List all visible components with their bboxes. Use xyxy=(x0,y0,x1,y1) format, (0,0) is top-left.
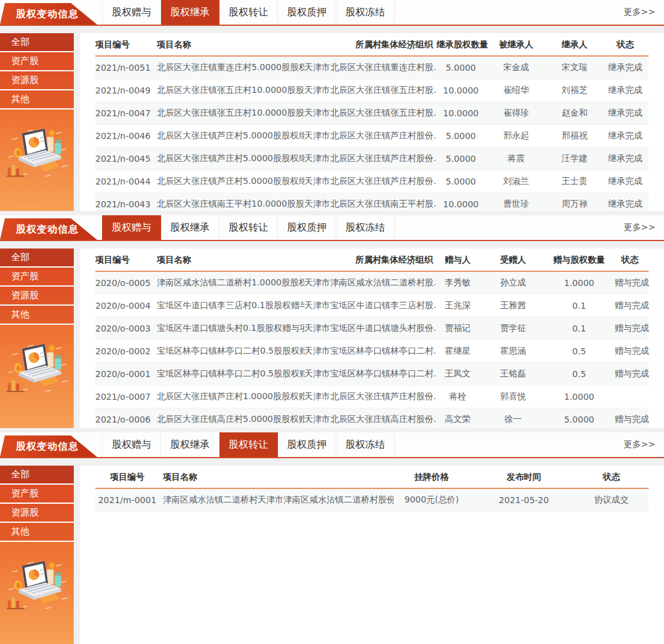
table-cell: 继承完成 xyxy=(606,130,649,141)
table-row[interactable]: 2020/o-0002宝坻区林亭口镇林亭口二村0.5股股权赠与...天津市宝坻区… xyxy=(95,340,649,363)
table-cell: 宝坻区牛道口镇塘头村0.1股股权赠与项目 xyxy=(157,323,304,334)
more-link[interactable]: 更多>> xyxy=(624,7,664,18)
table-row[interactable]: 2021/n-0043北辰区大张庄镇南王平村10.0000股股权继...天津市北… xyxy=(95,193,649,211)
equity-change-section-gift: 股权变动信息 股权赠与股权继承股权转让股权质押股权冻结 更多>> 全部资产股资源… xyxy=(0,215,664,428)
table-cell: 协议成交 xyxy=(578,495,649,506)
column-header: 项目编号 xyxy=(95,39,157,50)
tab-股权质押[interactable]: 股权质押 xyxy=(278,432,336,457)
table-body: 2020/o-0005津南区咸水沽镇二道桥村1.0000股股权赠...天津市津南… xyxy=(95,272,649,428)
table-row[interactable]: 2020/o-0001宝坻区林亭口镇林亭口二村0.5股股权赠与...天津市宝坻区… xyxy=(95,363,649,386)
table-cell: 2020/o-0003 xyxy=(95,324,157,333)
table-cell: 0.1 xyxy=(547,301,615,311)
tab-bar: 股权赠与股权继承股权转让股权质押股权冻结 xyxy=(102,432,395,457)
sidebar-item-资源股[interactable]: 资源股 xyxy=(0,287,74,306)
tab-股权转让[interactable]: 股权转让 xyxy=(219,0,278,25)
laptop-chart-illustration-svg xyxy=(4,335,69,396)
tab-股权赠与[interactable]: 股权赠与 xyxy=(102,432,161,457)
category-sidebar: 全部资产股资源股其他 xyxy=(0,248,74,428)
table-body: 2021/m-0001津南区咸水沽镇二道桥村天津市津南区咸水沽镇二道桥村股份经.… xyxy=(95,489,649,512)
table-cell: 天津市宝坻区牛道口镇李三店村股... xyxy=(304,300,437,311)
table-cell: 天津市北辰区大张庄镇芦庄村股份... xyxy=(304,130,437,141)
table-cell: 崔得珍 xyxy=(489,108,547,119)
column-header: 继承股权数量 xyxy=(437,39,489,50)
table-row[interactable]: 2020/o-0005津南区咸水沽镇二道桥村1.0000股股权赠...天津市津南… xyxy=(95,272,649,295)
table-header-row: 项目编号项目名称所属村集体经济组织继承股权数量被继承人继承人状态 xyxy=(95,34,649,57)
table-row[interactable]: 2021/n-0051北辰区大张庄镇董连庄村5.0000股股权继...天津市北辰… xyxy=(95,57,649,79)
tab-股权质押[interactable]: 股权质押 xyxy=(278,0,336,25)
table-cell: 王凤文 xyxy=(437,368,483,380)
tab-股权赠与[interactable]: 股权赠与 xyxy=(102,0,161,25)
sidebar-item-其他[interactable]: 其他 xyxy=(0,306,74,325)
tab-股权转让[interactable]: 股权转让 xyxy=(219,215,278,240)
tab-bar: 股权赠与股权继承股权转让股权质押股权冻结 xyxy=(102,215,395,240)
tab-股权冻结[interactable]: 股权冻结 xyxy=(336,0,395,25)
table-cell: 天津市北辰区大张庄镇张五庄村股... xyxy=(304,108,437,119)
table-cell: 天津市津南区咸水沽镇二道桥村股... xyxy=(304,277,437,288)
table-cell: 继承完成 xyxy=(606,85,649,96)
tab-股权冻结[interactable]: 股权冻结 xyxy=(336,215,395,240)
sidebar-item-全部[interactable]: 全部 xyxy=(0,466,74,485)
table-row[interactable]: 2021/n-0049北辰区大张庄镇张五庄村10.0000股股权继...天津市北… xyxy=(95,79,649,102)
table-row[interactable]: 2021/n-0046北辰区大张庄镇芦庄村5.0000股股权继承...天津市北辰… xyxy=(95,125,649,148)
table-cell: 刘淑兰 xyxy=(489,176,547,187)
sidebar-item-全部[interactable]: 全部 xyxy=(0,33,74,52)
table-cell: 蒋震 xyxy=(489,153,547,164)
table-row[interactable]: 2021/n-0047北辰区大张庄镇张五庄村10.0000股股权继...天津市北… xyxy=(95,102,649,125)
sidebar-item-资源股[interactable]: 资源股 xyxy=(0,71,74,90)
sidebar-item-其他[interactable]: 其他 xyxy=(0,90,74,109)
table-cell: 2021/n-0046 xyxy=(95,131,157,141)
table-cell: 5.0000 xyxy=(437,154,489,164)
more-link[interactable]: 更多>> xyxy=(624,222,664,233)
tab-股权继承[interactable]: 股权继承 xyxy=(161,432,219,457)
table-cell: 北辰区大张庄镇芦庄村5.0000股股权继承... xyxy=(157,130,304,141)
tab-股权继承[interactable]: 股权继承 xyxy=(161,215,219,240)
table-header-row: 项目编号项目名称挂牌价格发布时间状态 xyxy=(95,467,649,489)
table-cell: 天津市宝坻区林亭口镇林亭口二村... xyxy=(304,346,437,357)
column-header: 项目名称 xyxy=(157,39,304,50)
table-cell: 高文荣 xyxy=(437,414,483,425)
table-cell: 崔绍华 xyxy=(489,85,547,96)
sidebar-item-资产股[interactable]: 资产股 xyxy=(0,485,74,504)
tab-股权冻结[interactable]: 股权冻结 xyxy=(336,432,395,457)
table-cell: 北辰区大张庄镇张五庄村10.0000股股权继... xyxy=(157,108,304,119)
more-link[interactable]: 更多>> xyxy=(624,439,664,450)
table-cell: 宋金成 xyxy=(489,62,547,73)
table-cell: 5.0000 xyxy=(437,177,489,186)
laptop-finance-chart-illustration xyxy=(4,552,69,613)
column-header: 所属村集体经济组织 xyxy=(304,255,437,266)
table-row[interactable]: 2020/o-0004宝坻区牛道口镇李三店村0.1股股权赠与项目天津市宝坻区牛道… xyxy=(95,295,649,317)
table-row[interactable]: 2020/o-0003宝坻区牛道口镇塘头村0.1股股权赠与项目天津市宝坻区牛道口… xyxy=(95,317,649,340)
table-cell: 1.0000 xyxy=(547,392,615,402)
table-cell: 蒋栓 xyxy=(437,391,483,402)
table-row[interactable]: 2021/n-0045北辰区大张庄镇芦庄村5.0000股股权继承...天津市北辰… xyxy=(95,148,649,170)
table-cell: 2020/o-0002 xyxy=(95,346,157,356)
table-cell: 王兆深 xyxy=(437,300,483,311)
column-header: 项目编号 xyxy=(95,255,157,266)
column-header: 状态 xyxy=(606,39,649,50)
table-row[interactable]: 2021/o-0007北辰区大张庄镇芦庄村1.0000股股权赠与...天津市北辰… xyxy=(95,386,649,408)
sidebar-item-资产股[interactable]: 资产股 xyxy=(0,52,74,71)
table-cell: 天津市北辰区大张庄镇高庄村股份... xyxy=(304,414,437,425)
table-cell: 5.0000 xyxy=(437,131,489,141)
table-cell: 2021-05-20 xyxy=(473,495,578,505)
sidebar-item-资产股[interactable]: 资产股 xyxy=(0,268,74,287)
table-cell: 赠与完成 xyxy=(615,323,649,334)
table-row[interactable]: 2021/m-0001津南区咸水沽镇二道桥村天津市津南区咸水沽镇二道桥村股份经.… xyxy=(95,489,649,512)
tab-股权转让[interactable]: 股权转让 xyxy=(219,432,278,457)
tab-股权继承[interactable]: 股权继承 xyxy=(161,0,219,25)
table-row[interactable]: 2021/n-0044北辰区大张庄镇芦庄村5.0000股股权继承...天津市北辰… xyxy=(95,170,649,193)
tab-股权质押[interactable]: 股权质押 xyxy=(278,215,336,240)
table-row[interactable]: 2021/o-0006北辰区大张庄镇高庄村5.0000股股权赠与...天津市北辰… xyxy=(95,408,649,428)
table-cell: 2021/n-0045 xyxy=(95,154,157,164)
table-cell: 2021/m-0001 xyxy=(95,495,163,505)
table-cell: 2021/o-0007 xyxy=(95,392,157,402)
table-cell: 天津市北辰区大张庄镇芦庄村股份... xyxy=(304,153,437,164)
tab-股权赠与[interactable]: 股权赠与 xyxy=(102,215,161,240)
table-cell: 北辰区大张庄镇高庄村5.0000股股权赠与... xyxy=(157,414,304,425)
sidebar-item-其他[interactable]: 其他 xyxy=(0,523,74,542)
sidebar-item-全部[interactable]: 全部 xyxy=(0,248,74,268)
column-header: 继承人 xyxy=(547,39,606,50)
table-cell: 津南区咸水沽镇二道桥村1.0000股股权赠... xyxy=(157,277,304,288)
sidebar-item-资源股[interactable]: 资源股 xyxy=(0,504,74,523)
column-header: 被继承人 xyxy=(489,39,547,50)
